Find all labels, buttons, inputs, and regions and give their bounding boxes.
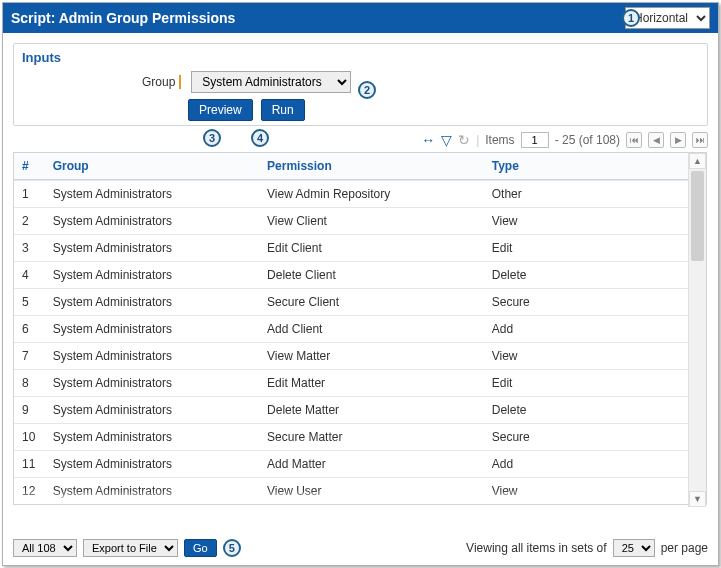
cell-group: System Administrators — [45, 289, 259, 316]
vertical-scrollbar[interactable]: ▲ ▼ — [688, 153, 706, 507]
cell-permission: View Matter — [259, 343, 484, 370]
cell-type: Add — [484, 316, 688, 343]
cell-permission: Edit Matter — [259, 370, 484, 397]
cell-type: Secure — [484, 289, 688, 316]
export-select[interactable]: Export to File — [83, 539, 178, 557]
cell-type: Delete — [484, 262, 688, 289]
cell-index: 3 — [14, 235, 45, 262]
last-page-button[interactable]: ⏭ — [692, 132, 708, 148]
cell-type: View — [484, 478, 688, 505]
cell-index: 6 — [14, 316, 45, 343]
cell-index: 1 — [14, 181, 45, 208]
results-table: # Group Permission Type 1System Administ… — [13, 152, 707, 505]
col-header-group[interactable]: Group — [45, 153, 259, 180]
cell-group: System Administrators — [45, 397, 259, 424]
cell-type: Other — [484, 181, 688, 208]
items-range: - 25 (of 108) — [555, 133, 620, 147]
page-input[interactable] — [521, 132, 549, 148]
page-size-select[interactable]: 25 — [613, 539, 655, 557]
separator: | — [476, 133, 479, 147]
table-row[interactable]: 1System AdministratorsView Admin Reposit… — [14, 181, 688, 208]
cell-index: 12 — [14, 478, 45, 505]
items-label: Items — [485, 133, 514, 147]
group-label: Group — [142, 75, 181, 89]
cell-index: 8 — [14, 370, 45, 397]
table-row[interactable]: 6System AdministratorsAdd ClientAdd — [14, 316, 688, 343]
table-row[interactable]: 3System AdministratorsEdit ClientEdit — [14, 235, 688, 262]
col-header-type[interactable]: Type — [484, 153, 688, 180]
inputs-title: Inputs — [22, 50, 699, 65]
table-row[interactable]: 12System AdministratorsView UserView — [14, 478, 688, 505]
run-button[interactable]: Run — [261, 99, 305, 121]
cell-group: System Administrators — [45, 370, 259, 397]
table-row[interactable]: 8System AdministratorsEdit MatterEdit — [14, 370, 688, 397]
filter-icon[interactable]: ▽ — [441, 132, 452, 148]
cell-permission: View User — [259, 478, 484, 505]
cell-type: View — [484, 343, 688, 370]
cell-permission: Edit Client — [259, 235, 484, 262]
cell-permission: View Admin Repository — [259, 181, 484, 208]
table-row[interactable]: 10System AdministratorsSecure MatterSecu… — [14, 424, 688, 451]
cell-type: Edit — [484, 235, 688, 262]
annotation-5: 5 — [223, 539, 241, 557]
cell-index: 7 — [14, 343, 45, 370]
cell-group: System Administrators — [45, 235, 259, 262]
cell-group: System Administrators — [45, 208, 259, 235]
table-row[interactable]: 9System AdministratorsDelete MatterDelet… — [14, 397, 688, 424]
cell-group: System Administrators — [45, 478, 259, 505]
next-page-button[interactable]: ▶ — [670, 132, 686, 148]
scroll-down-icon[interactable]: ▼ — [689, 491, 706, 507]
refresh-icon[interactable]: ↻ — [458, 132, 470, 148]
cell-index: 11 — [14, 451, 45, 478]
table-row[interactable]: 11System AdministratorsAdd MatterAdd — [14, 451, 688, 478]
cell-index: 9 — [14, 397, 45, 424]
cell-permission: Add Client — [259, 316, 484, 343]
expand-icon[interactable]: ↔ — [421, 132, 435, 148]
cell-index: 2 — [14, 208, 45, 235]
group-select[interactable]: System Administrators — [191, 71, 351, 93]
page-title: Script: Admin Group Permissions — [11, 10, 625, 26]
cell-permission: Secure Client — [259, 289, 484, 316]
cell-type: Edit — [484, 370, 688, 397]
annotation-4: 4 — [251, 129, 269, 147]
cell-type: Delete — [484, 397, 688, 424]
table-row[interactable]: 4System AdministratorsDelete ClientDelet… — [14, 262, 688, 289]
col-header-index[interactable]: # — [14, 153, 45, 180]
page-size-suffix: per page — [661, 541, 708, 555]
cell-type: Secure — [484, 424, 688, 451]
cell-group: System Administrators — [45, 262, 259, 289]
preview-button[interactable]: Preview — [188, 99, 253, 121]
table-row[interactable]: 5System AdministratorsSecure ClientSecur… — [14, 289, 688, 316]
cell-group: System Administrators — [45, 181, 259, 208]
cell-type: Add — [484, 451, 688, 478]
cell-group: System Administrators — [45, 424, 259, 451]
all-items-select[interactable]: All 108 — [13, 539, 77, 557]
cell-index: 5 — [14, 289, 45, 316]
cell-permission: View Client — [259, 208, 484, 235]
annotation-1: 1 — [622, 9, 640, 27]
cell-group: System Administrators — [45, 316, 259, 343]
page-size-prefix: Viewing all items in sets of — [466, 541, 607, 555]
cell-type: View — [484, 208, 688, 235]
cell-permission: Secure Matter — [259, 424, 484, 451]
cell-permission: Delete Matter — [259, 397, 484, 424]
col-header-permission[interactable]: Permission — [259, 153, 484, 180]
annotation-3: 3 — [203, 129, 221, 147]
scroll-up-icon[interactable]: ▲ — [689, 153, 706, 169]
cell-index: 10 — [14, 424, 45, 451]
table-row[interactable]: 2System AdministratorsView ClientView — [14, 208, 688, 235]
cell-permission: Add Matter — [259, 451, 484, 478]
annotation-2: 2 — [358, 81, 376, 99]
first-page-button[interactable]: ⏮ — [626, 132, 642, 148]
table-row[interactable]: 7System AdministratorsView MatterView — [14, 343, 688, 370]
go-button[interactable]: Go — [184, 539, 217, 557]
cell-group: System Administrators — [45, 451, 259, 478]
prev-page-button[interactable]: ◀ — [648, 132, 664, 148]
cell-index: 4 — [14, 262, 45, 289]
scroll-thumb[interactable] — [691, 171, 704, 261]
cell-permission: Delete Client — [259, 262, 484, 289]
cell-group: System Administrators — [45, 343, 259, 370]
